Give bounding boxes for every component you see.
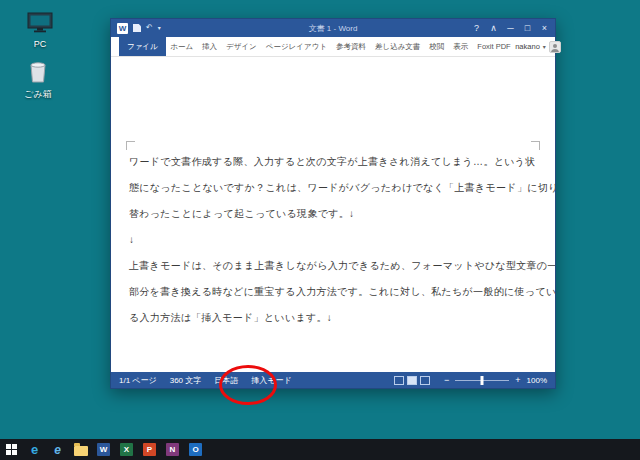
status-bar: 1/1 ページ 360 文字 日本語 挿入モード − + 100% [111,372,555,388]
user-avatar-icon [549,41,561,53]
desktop-icon-label: PC [14,39,66,49]
account-menu[interactable]: nakano ▾ [515,37,566,56]
status-char-count[interactable]: 360 文字 [170,375,202,386]
taskbar-file-explorer[interactable] [69,439,92,460]
taskbar-excel[interactable]: X [115,439,138,460]
tab-review[interactable]: 校閲 [425,37,449,56]
windows-logo-icon [6,444,17,455]
title-bar: W ↶ ▾ 文書 1 - Word ? ∧ ─ □ × [111,19,555,37]
tab-view[interactable]: 表示 [449,37,473,56]
read-mode-icon[interactable] [394,376,404,385]
ribbon-display-options-button[interactable]: ∧ [485,19,502,37]
qat-dropdown-icon[interactable]: ▾ [158,25,161,31]
zoom-level[interactable]: 100% [527,376,547,385]
desktop-icon-label: ごみ箱 [12,88,64,101]
help-button[interactable]: ? [468,19,485,37]
print-layout-icon[interactable] [407,376,417,385]
window-controls: ? ∧ ─ □ × [468,19,553,37]
undo-icon[interactable]: ↶ [146,24,153,32]
pc-icon [27,12,53,34]
desktop-icon-recycle-bin[interactable]: ごみ箱 [12,60,64,101]
internet-explorer-icon: e [54,444,61,456]
status-bar-right: − + 100% [394,376,547,385]
document-editing-area[interactable]: ワードで文書作成する際、入力すると次の文字が上書きされ消えてしまう…。という状 … [111,57,555,372]
status-language[interactable]: 日本語 [214,375,238,386]
document-line: 態になったことないですか？これは、ワードがバグったわけでなく「上書きモード」に切… [129,175,542,201]
account-name: nakano [515,42,540,51]
taskbar-internet-explorer[interactable]: e [46,439,69,460]
tab-mailings[interactable]: 差し込み文書 [371,37,425,56]
document-line: 部分を書き換える時などに重宝する入力方法です。これに対し、私たちが一般的に使って… [129,279,542,305]
word-app-icon: W [117,23,128,34]
outlook-icon: O [189,443,202,456]
word-window: W ↶ ▾ 文書 1 - Word ? ∧ ─ □ × ファイル ホーム 挿入 … [110,18,556,389]
ribbon-tab-bar: ファイル ホーム 挿入 デザイン ページレイアウト 参考資料 差し込み文書 校閲… [111,37,555,57]
document-line: ↓ [129,227,542,253]
chevron-down-icon: ▾ [543,43,546,50]
taskbar-onenote[interactable]: N [161,439,184,460]
tab-home[interactable]: ホーム [166,37,198,56]
close-button[interactable]: × [536,19,553,37]
taskbar-word[interactable]: W [92,439,115,460]
document-text: ワードで文書作成する際、入力すると次の文字が上書きされ消えてしまう…。という状 … [129,149,542,331]
minimize-button[interactable]: ─ [502,19,519,37]
zoom-slider-thumb[interactable] [481,376,484,385]
taskbar-outlook[interactable]: O [184,439,207,460]
recycle-bin-icon [28,60,48,83]
status-insert-mode[interactable]: 挿入モード [251,375,291,386]
tab-page-layout[interactable]: ページレイアウト [261,37,331,56]
maximize-button[interactable]: □ [519,19,536,37]
zoom-slider[interactable] [455,380,509,381]
document-line: 上書きモードは、そのまま上書きしながら入力できるため、フォーマットやひな型文章の… [129,253,542,279]
view-shortcuts [394,376,430,385]
status-page-number[interactable]: 1/1 ページ [119,375,157,386]
tab-references[interactable]: 参考資料 [332,37,371,56]
tab-design[interactable]: デザイン [222,37,262,56]
tab-foxit-pdf[interactable]: Foxit PDF [473,37,515,56]
tab-file[interactable]: ファイル [119,37,166,56]
document-line: る入力方法は「挿入モード」といいます。↓ [129,305,542,331]
zoom-in-button[interactable]: + [515,376,520,385]
edge-icon: e [31,443,38,456]
onenote-icon: N [166,443,179,456]
taskbar: e e W X P N O [0,439,640,460]
powerpoint-icon: P [143,443,156,456]
document-line: ワードで文書作成する際、入力すると次の文字が上書きされ消えてしまう…。という状 [129,149,542,175]
word-icon: W [97,443,110,456]
document-line: 替わったことによって起こっている現象です。↓ [129,201,542,227]
desktop-icon-pc[interactable]: PC [14,12,66,49]
excel-icon: X [120,443,133,456]
zoom-out-button[interactable]: − [444,376,449,385]
web-layout-icon[interactable] [420,376,430,385]
quick-access-toolbar: W ↶ ▾ [113,23,161,34]
save-icon[interactable] [133,24,141,32]
start-button[interactable] [0,439,23,460]
taskbar-edge[interactable]: e [23,439,46,460]
tab-insert[interactable]: 挿入 [198,37,222,56]
taskbar-powerpoint[interactable]: P [138,439,161,460]
folder-icon [74,446,88,456]
